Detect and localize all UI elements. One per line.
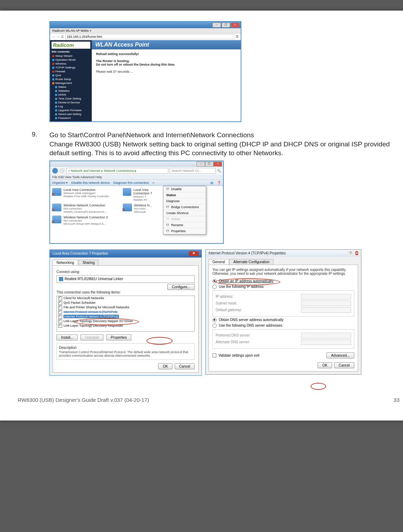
- step-9-instruction: 9. Go to Start\Control Panel\Network and…: [32, 131, 399, 158]
- ip-address-input: . . .: [301, 294, 351, 300]
- checkbox-icon: [212, 353, 216, 357]
- maximize-icon: ▢: [205, 162, 213, 167]
- context-menu: 🛡Disable Status Diagnose 🛡Bridge Connect…: [163, 186, 206, 235]
- bullet-icon: [55, 90, 57, 92]
- bullet-icon: [55, 113, 57, 115]
- preferred-dns-label: Preferred DNS server:: [216, 333, 251, 337]
- radio-use-dns: Use the following DNS server addresses:: [212, 324, 354, 328]
- connection-item: ✕ Local Area Connection Network cable un…: [52, 188, 119, 201]
- annotation-oval: [311, 383, 326, 390]
- router-browser-screenshot: – ▢ × Radicom WLAN AP Webs × ← → C 192.1…: [49, 21, 241, 122]
- menu-item-rename: 🛡Rename: [163, 222, 206, 228]
- dialog-title: Local Area Connection 7 Properties: [53, 252, 108, 255]
- back-icon: [52, 168, 58, 174]
- step-line-2: Change RW8300 (USB) Network setting back…: [49, 140, 390, 157]
- ipv4-properties-dialog: Internet Protocol Version 4 (TCP/IPv4) P…: [205, 249, 361, 375]
- reload-message: Reload setting successfully!: [96, 52, 236, 56]
- diagnose-button: Diagnose this connection: [113, 181, 149, 185]
- sidebar-item: Management: [55, 81, 72, 85]
- connection-item-selected: Local Area Connection 7 Network 7 Realte…: [123, 188, 165, 201]
- description-text: Transmission Control Protocol/Internet P…: [59, 350, 192, 357]
- sidebar-subitem: DDNS: [58, 93, 66, 96]
- radio-icon: [212, 318, 217, 322]
- sidebar-subitem: Time Zone Setting: [58, 97, 81, 100]
- browser-tab: Radicom WLAN AP Webs ×: [50, 28, 241, 34]
- connection-status: Not conn...: [134, 207, 152, 210]
- bullet-icon: [52, 78, 54, 80]
- bullet-icon: [55, 94, 57, 96]
- ok-button: OK: [318, 362, 332, 368]
- router-sidebar: Radicom Site contents: Setup Wizard Oper…: [50, 40, 92, 121]
- disconnected-x-icon: ✕: [51, 219, 55, 224]
- bullet-icon: [52, 71, 54, 73]
- booting-message: The Router is booting.: [96, 59, 236, 63]
- connection-name: Wireless N...: [134, 204, 152, 207]
- menu-bar: File Edit View Tools Advanced Help: [50, 175, 223, 180]
- cancel-button: Cancel: [175, 363, 195, 369]
- bullet-icon: [55, 86, 57, 88]
- tab-general: General: [209, 259, 229, 265]
- close-icon: ✕: [189, 251, 199, 256]
- connection-status: Network cable unplugged: [64, 192, 109, 195]
- bullet-icon: [55, 109, 57, 111]
- subnet-input: . . .: [301, 301, 351, 306]
- menu-item-delete: 🛡Delete: [163, 216, 206, 222]
- checkbox-icon: [58, 310, 62, 314]
- connection-adapter: Microsoft Virtual WiFi Miniport A...: [64, 222, 108, 225]
- sidebar-heading: Site contents:: [52, 50, 90, 53]
- gateway-input: . . .: [301, 307, 351, 313]
- sidebar-item: Setup Wizard: [55, 54, 72, 58]
- shield-icon: 🛡: [166, 187, 170, 191]
- radio-obtain-ip: Obtain an IP address automatically: [212, 279, 354, 283]
- minimize-icon: –: [212, 23, 221, 28]
- shield-icon: 🛡: [166, 223, 170, 227]
- disable-device-button: Disable this network device: [71, 181, 110, 185]
- forward-icon: [59, 168, 65, 174]
- install-button: Install...: [56, 334, 78, 340]
- advanced-button: Advanced...: [326, 352, 354, 358]
- connection-adapter: Realtek RT...: [133, 198, 165, 201]
- network-adapter-icon: ✕: [123, 204, 132, 211]
- connection-item: ✕ Wireless N... Not conn... Microsoft: [123, 204, 165, 213]
- sidebar-item: QoS: [55, 74, 61, 77]
- checkbox-icon: [58, 324, 62, 328]
- back-icon: ←: [52, 35, 55, 38]
- bullet-icon: [52, 67, 54, 69]
- sidebar-subitem: Password: [58, 116, 71, 120]
- menu-icon: ☰: [236, 35, 239, 38]
- network-adapter-icon: ✕: [52, 216, 61, 223]
- alternate-dns-label: Alternate DNS server:: [216, 340, 250, 344]
- sidebar-subitem: Upgrade Firmware: [58, 109, 82, 112]
- router-page-title: WLAN Access Point: [92, 40, 241, 49]
- sidebar-subitem: Log: [58, 105, 63, 108]
- ok-button: OK: [158, 363, 172, 369]
- disconnected-x-icon: ✕: [122, 207, 125, 212]
- sidebar-subitem: Denial-of-Service: [58, 101, 80, 104]
- sidebar-item: Route Setup: [55, 78, 71, 81]
- more-icon: »: [152, 181, 154, 185]
- browser-address-bar: ← → C 192.168.1.254/home.htm ☰: [50, 34, 241, 40]
- sidebar-item: Operation Mode: [55, 58, 76, 61]
- bullet-icon: [52, 55, 54, 57]
- network-connections-window: – ▢ × « Network and Internet ▸ Network C…: [49, 161, 224, 244]
- reload-icon: C: [61, 35, 64, 38]
- footer-left: RW8300 (USB) Designer's Guide Draft v.03…: [18, 397, 149, 403]
- sidebar-item: Wireless: [55, 62, 66, 65]
- bullet-icon: [55, 98, 57, 100]
- adapter-name: Realtek RTL8196EU Universal Linker: [65, 277, 123, 281]
- adapter-field: Realtek RTL8196EU Universal Linker: [56, 275, 195, 283]
- close-icon: ×: [231, 23, 239, 28]
- lac7-properties-dialog: Local Area Connection 7 Properties ✕ Net…: [49, 249, 202, 376]
- cancel-button: Cancel: [334, 362, 354, 368]
- minimize-icon: –: [197, 162, 205, 167]
- tab-alternate: Alternate Configuration: [229, 259, 273, 265]
- radio-icon: [212, 324, 217, 328]
- connection-name: Wireless Network Connection: [64, 204, 108, 207]
- forward-icon: →: [57, 35, 60, 38]
- preferred-dns-input: . . .: [301, 333, 351, 338]
- maximize-icon: ▢: [222, 23, 230, 28]
- protocol-listbox: Client for Microsoft Networks QoS Packet…: [56, 296, 195, 332]
- properties-button: Properties: [106, 334, 132, 340]
- close-icon: ×: [213, 162, 222, 167]
- description-label: Description: [59, 346, 192, 350]
